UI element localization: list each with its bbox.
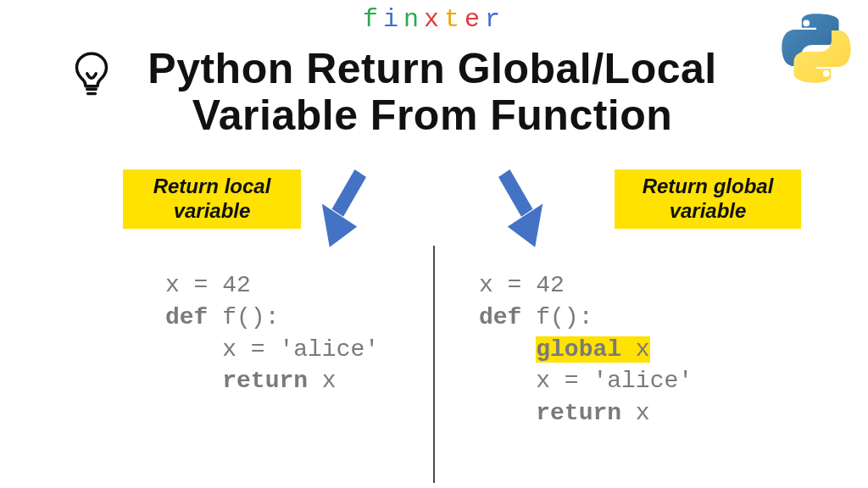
brand-logo: finxter (0, 5, 868, 34)
code-line: x = 42 (165, 272, 251, 298)
code-keyword-return: return (222, 368, 308, 394)
code-line: x (621, 400, 650, 426)
brand-letter-3: x (424, 5, 444, 34)
label-right-line1: Return global (643, 175, 774, 197)
code-block-local: x = 42 def f(): x = 'alice' return x (165, 269, 379, 397)
page-title: Python Return Global/Local Variable From… (68, 46, 797, 139)
code-keyword-def: def (479, 304, 521, 330)
brand-letter-1: i (383, 5, 403, 34)
code-line: x (308, 368, 337, 394)
code-keyword-global: global (536, 336, 621, 363)
code-indent (479, 336, 536, 363)
brand-letter-0: f (363, 5, 383, 34)
label-right-line2: variable (670, 199, 747, 222)
title-block: Python Return Global/Local Variable From… (68, 46, 797, 139)
code-highlight: x (621, 336, 650, 363)
code-line: x = 'alice' (165, 336, 379, 363)
code-line: x = 'alice' (479, 368, 693, 394)
label-return-global: Return global variable (615, 169, 801, 229)
code-block-global: x = 42 def f(): global x x = 'alice' ret… (479, 269, 693, 430)
brand-letter-6: r (485, 5, 505, 34)
label-left-line2: variable (174, 199, 251, 222)
arrow-right-icon (483, 161, 559, 254)
code-indent (479, 400, 536, 426)
code-line: f(): (521, 304, 593, 330)
lightbulb-icon (68, 49, 115, 97)
code-line: x = 42 (479, 272, 565, 298)
title-line-1: Python Return Global/Local (147, 45, 716, 92)
title-line-2: Variable From Function (192, 92, 673, 139)
label-return-local: Return local variable (123, 169, 301, 229)
label-left-line1: Return local (153, 175, 271, 197)
code-keyword-def: def (165, 304, 208, 330)
slide: finxter Python Return (0, 0, 868, 488)
code-indent (165, 368, 222, 394)
vertical-divider (433, 246, 435, 483)
code-keyword-return: return (536, 400, 621, 426)
brand-letter-5: e (465, 5, 485, 34)
arrow-left-icon (305, 161, 381, 254)
brand-letter-2: n (403, 5, 424, 34)
brand-letter-4: t (444, 5, 465, 34)
code-line: f(): (208, 304, 279, 330)
